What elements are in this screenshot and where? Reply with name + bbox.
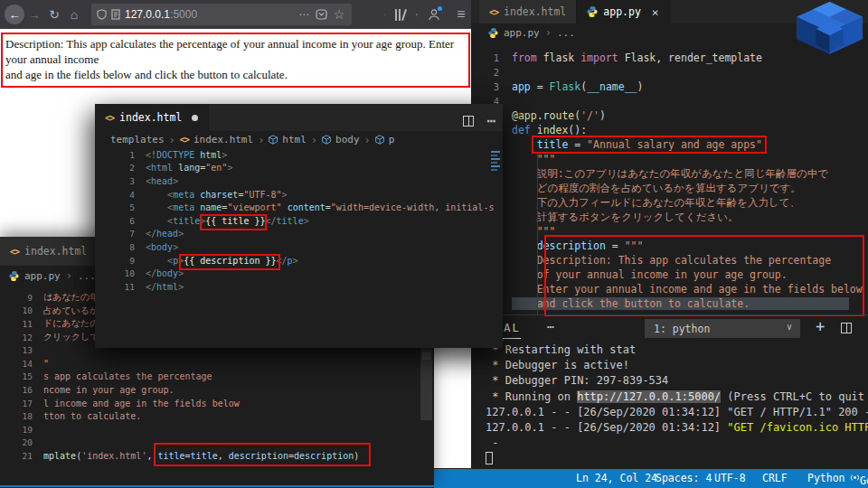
tab-index-html[interactable]: <> index.html <box>0 237 98 266</box>
code-line: 18tton to calculate. <box>13 409 434 423</box>
more-actions-icon[interactable]: ⋯ <box>547 320 554 333</box>
status-cursor-position[interactable]: Ln 24, Col 24 <box>576 472 657 484</box>
terminal-output[interactable]: * Restarting with stat * Debugger is act… <box>432 342 868 468</box>
code-line: 7</head> <box>102 228 503 241</box>
html-file-icon: <> <box>10 247 19 257</box>
code-line: 1<!DOCTYPE html> <box>102 148 503 162</box>
chevron-down-icon: ∨ <box>787 322 792 332</box>
breadcrumb-item-templates[interactable]: templates <box>110 134 165 145</box>
wrench-icon[interactable] <box>384 8 386 21</box>
back-button[interactable]: ← <box>5 5 24 24</box>
code-line: 17l income and age in the fields below <box>13 397 434 410</box>
symbol-cube-icon <box>322 135 331 145</box>
status-encoding[interactable]: UTF-8 <box>714 472 746 484</box>
shell-select-value: 1: python <box>654 323 710 335</box>
code-line: 7 title = "Annual salary and age apps" <box>458 137 868 152</box>
page-actions-icon[interactable]: ⋯ <box>297 8 311 21</box>
code-line: 6 <title>{{ title }}</title> <box>102 214 503 228</box>
line-number: 2 <box>102 163 135 173</box>
tab-index-html[interactable]: <> index.html <box>95 104 209 131</box>
code-editor-index-html[interactable]: 1<!DOCTYPE html>2<html lang="en">3<head>… <box>95 148 503 348</box>
python-file-icon <box>488 28 498 38</box>
url-bar[interactable]: 127.0.0.1:5000 ⋯ ☆ <box>91 4 352 25</box>
breadcrumb-item[interactable]: app.py <box>504 27 540 39</box>
code-line: 9 <p>{{ description }}</p> <box>102 254 503 267</box>
chevron-right-icon: › <box>545 26 552 39</box>
breadcrumb-item-file[interactable]: index.html <box>193 134 253 145</box>
breadcrumb-more[interactable]: ... <box>557 27 575 39</box>
line-number: 13 <box>13 345 33 355</box>
forward-icon[interactable]: → <box>24 7 44 22</box>
indent-guide <box>537 154 538 314</box>
code-line: 13 """ <box>458 224 868 239</box>
close-icon[interactable]: × <box>652 5 659 19</box>
breadcrumb-more[interactable]: ... <box>78 270 96 282</box>
code-line: 16 of your annual income in your age gro… <box>458 267 868 282</box>
python-file-icon <box>9 271 19 281</box>
go-live-button[interactable]: Go Live <box>850 472 860 484</box>
line-number: 1 <box>102 150 135 160</box>
breadcrumb-item-body[interactable]: body <box>335 134 360 145</box>
menu-icon[interactable]: ≡ <box>451 6 471 23</box>
tab-label: app.py <box>603 5 641 18</box>
code-line: 2<html lang="en"> <box>102 162 503 175</box>
minimap[interactable] <box>491 151 500 191</box>
tab-index-html[interactable]: <> index.html <box>479 0 577 23</box>
code-line: 20 <box>13 436 434 450</box>
line-number: 14 <box>13 359 33 369</box>
line-number: 3 <box>102 176 135 186</box>
line-number: 10 <box>13 305 33 315</box>
notification-dot <box>438 6 442 11</box>
line-number: 7 <box>102 229 135 239</box>
pocket-icon[interactable] <box>316 9 327 20</box>
code-line: 11</html> <box>102 280 503 294</box>
tab-label: index.html <box>24 245 87 258</box>
line-number: 11 <box>13 319 33 329</box>
html-file-icon: <> <box>489 7 498 17</box>
status-eol[interactable]: CRLF <box>762 472 788 484</box>
split-editor-icon[interactable] <box>463 116 474 127</box>
terminal-shell-select[interactable]: 1: python ∨ <box>645 319 800 338</box>
breadcrumb: templates › <> index.html › html › body … <box>95 131 394 148</box>
reload-icon[interactable]: ↻ <box>44 7 64 22</box>
code-line: 14" <box>13 357 434 371</box>
line-number: 19 <box>13 425 33 435</box>
line-number: 4 <box>102 190 135 200</box>
breadcrumb-item-html[interactable]: html <box>282 134 307 145</box>
status-language[interactable]: Python <box>807 472 845 484</box>
code-line: 18 and click the button to calculate. <box>458 296 868 311</box>
breadcrumb-item[interactable]: app.py <box>24 270 61 282</box>
status-indentation[interactable]: Spaces: 4 <box>656 472 712 484</box>
home-icon[interactable]: ⌂ <box>64 7 84 22</box>
code-line: 127.0.0.1 - - [26/Sep/2020 01:34:12] "GE… <box>486 404 868 419</box>
code-line: 3<head> <box>102 174 503 188</box>
scrollbar[interactable] <box>420 348 432 420</box>
code-line: 15 Description: This app calculates the … <box>458 253 868 267</box>
symbol-cube-icon <box>269 135 278 145</box>
go-live-icon <box>850 473 860 483</box>
python-file-icon <box>587 6 598 17</box>
more-actions-icon[interactable]: ⋯ <box>486 112 495 129</box>
split-terminal-icon[interactable] <box>841 323 852 333</box>
breadcrumb-item-p[interactable]: p <box>389 134 395 145</box>
account-button[interactable] <box>428 8 440 21</box>
code-line: 8<body> <box>102 240 503 254</box>
code-line: 14 description = """ <box>458 239 868 253</box>
code-line: * Running on http://127.0.0.1:5000/ (Pre… <box>486 389 868 404</box>
symbol-cube-icon <box>375 135 384 145</box>
sidebar-icon[interactable] <box>416 9 418 21</box>
bookmark-star-icon[interactable]: ☆ <box>332 7 346 22</box>
library-icon[interactable] <box>395 9 405 21</box>
line-number: 9 <box>13 293 33 303</box>
tab-app-py[interactable]: app.py × <box>577 0 669 23</box>
page-icon <box>111 9 120 20</box>
tab-label: index.html <box>119 111 182 124</box>
line-number: 17 <box>13 399 33 408</box>
status-bar: Ln 24, Col 24 Spaces: 4 UTF-8 CRLF Pytho… <box>432 469 868 488</box>
code-line: 9 説明:このアプリはあなたの年収があなたと同じ年齢層の中で <box>458 166 868 181</box>
code-line: 127.0.0.1 - - [26/Sep/2020 01:34:12] "GE… <box>486 419 868 435</box>
code-line: 10</body> <box>102 267 503 280</box>
url-text: 127.0.0.1:5000 <box>125 8 197 21</box>
new-terminal-button[interactable]: + <box>816 317 825 335</box>
code-line: - <box>486 436 868 451</box>
